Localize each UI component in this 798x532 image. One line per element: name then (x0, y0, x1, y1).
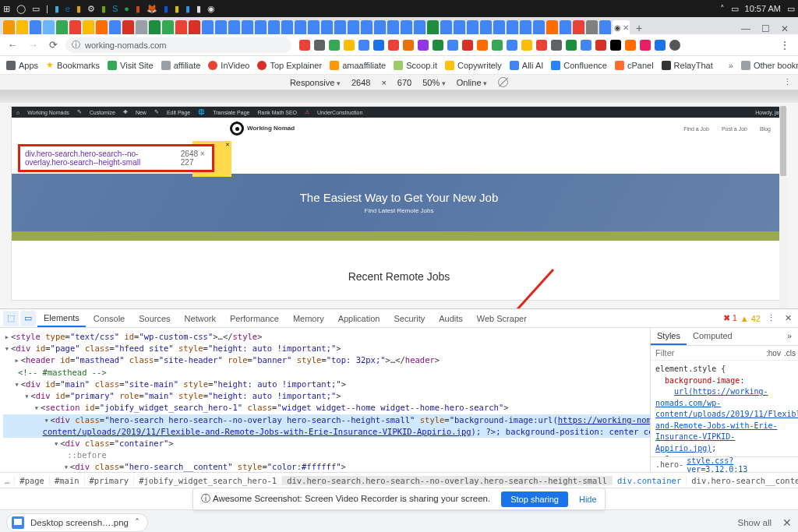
cortana-icon[interactable]: ◯ (16, 4, 26, 14)
tab-computed[interactable]: Computed (687, 328, 739, 345)
tab[interactable] (334, 20, 346, 34)
extension-icon[interactable] (344, 40, 355, 51)
extension-icon[interactable] (418, 40, 429, 51)
tab-styles[interactable]: Styles (651, 328, 687, 345)
tab[interactable] (401, 20, 412, 34)
pin-icon[interactable]: ▮ (76, 4, 81, 14)
extension-icon[interactable] (566, 40, 577, 51)
extension-icon[interactable] (507, 40, 517, 51)
tab[interactable] (136, 20, 147, 34)
nav-post-job[interactable]: Post a Job (722, 126, 747, 132)
pin-icon[interactable]: ● (124, 4, 129, 13)
bookmark-copyw[interactable]: Copywritely (445, 61, 502, 70)
tab[interactable] (43, 20, 55, 34)
cls-toggle[interactable]: .cls (784, 349, 796, 358)
tab[interactable] (268, 20, 280, 34)
tab[interactable] (321, 20, 333, 34)
tab[interactable] (414, 20, 425, 34)
new-tab-button[interactable]: + (631, 22, 647, 34)
extension-icon[interactable] (329, 40, 340, 51)
elements-tree[interactable]: ▸<style type="text/css" id="wp-custom-cs… (0, 328, 650, 472)
ad-close-icon[interactable]: ✕ (225, 142, 230, 148)
css-rules[interactable]: element.style { background-image: url(ht… (651, 361, 798, 456)
tray-up-icon[interactable]: ˄ (720, 4, 725, 14)
download-menu-icon[interactable]: ˄ (135, 517, 139, 528)
warning-count[interactable]: ▲ 42 (740, 314, 761, 323)
tab[interactable] (573, 20, 584, 34)
extension-icon[interactable] (595, 40, 606, 51)
bookmark-scoop[interactable]: Scoop.it (394, 61, 437, 70)
tab[interactable] (109, 20, 121, 34)
tab-application[interactable]: Application (332, 311, 387, 326)
tab[interactable] (374, 20, 386, 34)
tab-sources[interactable]: Sources (132, 311, 176, 326)
bookmark-affiliate[interactable]: affiliate (161, 61, 201, 70)
bookmark-cpanel[interactable]: cPanel (615, 61, 654, 70)
tab[interactable] (560, 20, 571, 34)
tab-performance[interactable]: Performance (224, 311, 285, 326)
clock[interactable]: 10:57 AM (745, 4, 781, 13)
tab[interactable] (586, 20, 598, 34)
back-button[interactable]: ← (5, 39, 20, 51)
battery-icon[interactable]: ▭ (731, 4, 739, 14)
pin-icon[interactable]: ▮ (175, 4, 179, 14)
tab[interactable] (255, 20, 267, 34)
zoom-select[interactable]: 50% (422, 78, 446, 87)
bookmark-amaaff[interactable]: amaaffiliate (330, 61, 386, 70)
tab[interactable] (202, 20, 214, 34)
extension-icon[interactable] (581, 40, 591, 51)
extension-icon[interactable] (536, 40, 547, 51)
site-info-icon[interactable]: ⓘ (72, 39, 80, 51)
window-close[interactable]: ✕ (781, 23, 789, 34)
extension-icon[interactable] (655, 40, 666, 51)
pin-icon[interactable]: S (112, 4, 118, 13)
extension-icon[interactable] (447, 40, 458, 51)
device-width[interactable]: 2648 (351, 78, 370, 87)
tab[interactable] (162, 20, 174, 34)
tab-active[interactable]: ◉ ✕ (613, 20, 630, 34)
tab-audits[interactable]: Audits (433, 311, 469, 326)
bookmark-invideo[interactable]: InVideo (208, 61, 249, 70)
taskview-icon[interactable]: ▭ (32, 4, 40, 14)
download-chip[interactable]: Desktop screensh….png ˄ (6, 513, 148, 532)
network-select[interactable]: Online (457, 78, 487, 87)
tab[interactable] (149, 20, 161, 34)
extension-icon[interactable] (462, 40, 473, 51)
tab[interactable] (308, 20, 320, 34)
extension-icon[interactable] (388, 40, 399, 51)
devtools-settings-icon[interactable]: ⋮ (764, 313, 779, 323)
extension-icon[interactable] (373, 40, 384, 51)
tab[interactable] (175, 20, 187, 34)
tab[interactable] (122, 20, 134, 34)
dom-breadcrumb[interactable]: … #page #main #primary #jobify_widget_se… (0, 472, 798, 488)
bookmark-other[interactable]: Other bookmarks (741, 61, 798, 70)
bookmark-confl[interactable]: Confluence (551, 61, 607, 70)
tab-elements[interactable]: Elements (37, 310, 86, 327)
tab-memory[interactable]: Memory (287, 311, 330, 326)
extension-icon[interactable] (551, 40, 562, 51)
pin-icon[interactable]: ⚙ (87, 4, 95, 14)
no-rotate-icon[interactable] (498, 77, 508, 87)
nav-blog[interactable]: Blog (760, 126, 771, 132)
bookmark-star[interactable]: ★Bookmarks (46, 60, 100, 70)
bookmark-visit[interactable]: Visit Site (108, 61, 154, 70)
device-menu-icon[interactable]: ⋮ (783, 77, 792, 87)
tab[interactable] (281, 20, 293, 34)
wp-admin-bar[interactable]: ⌂Working Nomads ✎Customize ✚New ✎Edit Pa… (12, 107, 786, 118)
tab-security[interactable]: Security (387, 311, 431, 326)
tab-webscraper[interactable]: Web Scraper (471, 311, 533, 326)
extension-icon[interactable] (610, 40, 621, 51)
pin-icon[interactable]: ▮ (164, 4, 168, 14)
tab[interactable] (467, 20, 478, 34)
tab[interactable] (520, 20, 531, 34)
device-toggle-icon[interactable]: ▭ (20, 311, 36, 326)
bookmark-alli[interactable]: Alli AI (510, 61, 544, 70)
extension-icon[interactable] (640, 40, 651, 51)
tab[interactable] (348, 20, 359, 34)
tab[interactable] (546, 20, 558, 34)
pin-icon[interactable]: ▮ (55, 4, 59, 14)
extension-icon[interactable] (669, 40, 680, 51)
styles-filter-input[interactable] (655, 348, 763, 358)
styles-more-icon[interactable]: » (781, 328, 798, 345)
tab[interactable] (387, 20, 399, 34)
